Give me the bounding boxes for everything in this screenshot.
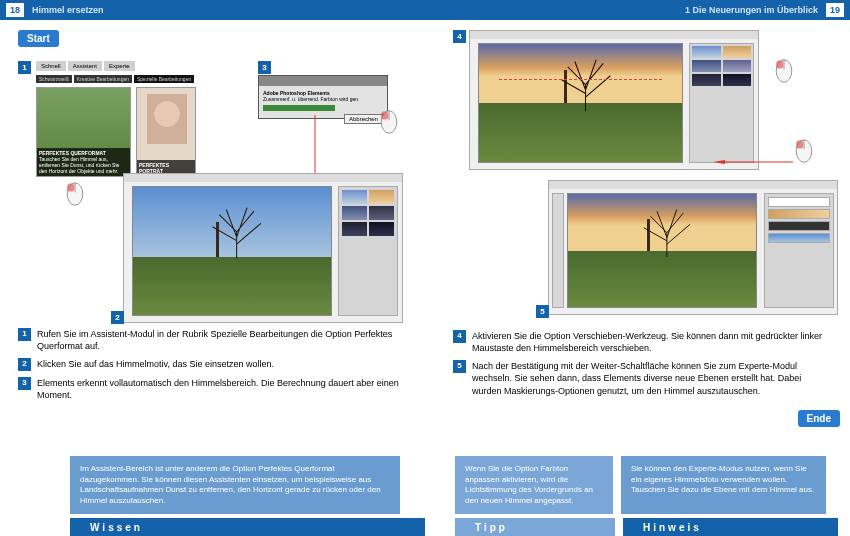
left-page-number: 18 xyxy=(6,3,24,17)
callout-5: 5 xyxy=(536,305,549,318)
svg-rect-5 xyxy=(381,112,388,120)
rubric-strip: Schwarzweiß Kreative Bearbeitungen Spezi… xyxy=(36,75,194,83)
move-handle-line xyxy=(499,79,661,80)
tree-branches-icon xyxy=(202,206,271,244)
step-number: 3 xyxy=(18,377,31,390)
rubric-sw: Schwarzweiß xyxy=(36,75,72,83)
svg-marker-12 xyxy=(713,160,725,164)
editor-window-5 xyxy=(548,180,838,315)
right-content: 4 xyxy=(425,20,850,397)
editor-menubar xyxy=(124,174,402,182)
right-section-title: 1 Die Neuerungen im Überblick xyxy=(685,5,818,15)
tree-branches-icon xyxy=(550,58,621,93)
steps-left: 1 Rufen Sie im Assistent-Modul in der Ru… xyxy=(18,328,407,402)
mouse-icon xyxy=(378,109,400,135)
tab-experte: Experte xyxy=(104,61,135,71)
step-number: 1 xyxy=(18,328,31,341)
arrow-left-icon xyxy=(713,150,793,154)
right-page: 1 Die Neuerungen im Überblick 19 4 xyxy=(425,0,850,536)
tab-schnell: Schnell xyxy=(36,61,66,71)
right-header: 1 Die Neuerungen im Überblick 19 xyxy=(425,0,850,20)
callout-2: 2 xyxy=(111,311,124,324)
callout-1: 1 xyxy=(18,61,31,74)
rubric-speziell: Spezielle Bearbeitungen xyxy=(134,75,194,83)
step-5: 5 Nach der Bestätigung mit der Weiter-Sc… xyxy=(453,360,832,396)
editor-menubar xyxy=(470,31,758,39)
tree-photo-sunset xyxy=(478,43,683,163)
left-figure-area: 1 Schnell Assistent Experte Schwarzweiß … xyxy=(18,53,407,323)
mouse-icon xyxy=(793,138,815,164)
wissen-box-wrap: Im Assistent-Bereich ist unter anderem d… xyxy=(70,456,400,514)
right-page-number: 19 xyxy=(826,3,844,17)
step-number: 2 xyxy=(18,358,31,371)
progress-bar xyxy=(263,105,335,111)
wissen-ribbon: Wissen xyxy=(70,518,425,536)
step-text: Elements erkennt vollautomatisch den Him… xyxy=(37,377,407,401)
left-page: 18 Himmel ersetzen Start 1 Schnell Assis… xyxy=(0,0,425,536)
dialog-titlebar xyxy=(259,76,387,86)
layers-panel xyxy=(764,193,834,308)
mouse-icon xyxy=(773,58,795,84)
editor-window-4 xyxy=(469,30,759,170)
tree-photo-sunset xyxy=(567,193,757,308)
tree-photo-blue-sky xyxy=(132,186,332,316)
toolbar-column xyxy=(552,193,564,308)
step-4: 4 Aktivieren Sie die Option Verschieben-… xyxy=(453,330,832,354)
thumb-querformat-text: Tauschen Sie den Himmel aus, entfernen S… xyxy=(39,156,128,174)
svg-rect-2 xyxy=(67,184,74,192)
editor-menubar xyxy=(549,181,837,189)
thumb-portrait: PERFEKTES PORTRÄT xyxy=(136,87,196,177)
step-text: Rufen Sie im Assistent-Modul in der Rubr… xyxy=(37,328,407,352)
thumb-querformat: PERFEKTES QUERFORMAT Tauschen Sie den Hi… xyxy=(36,87,131,177)
step-number: 4 xyxy=(453,330,466,343)
sky-thumbnails-panel xyxy=(338,186,398,316)
book-spread: 18 Himmel ersetzen Start 1 Schnell Assis… xyxy=(0,0,850,536)
left-content: Start 1 Schnell Assistent Experte Schwar… xyxy=(0,20,425,402)
step-2: 2 Klicken Sie auf das Himmelmotiv, das S… xyxy=(18,358,407,371)
callout-3: 3 xyxy=(258,61,271,74)
step-1: 1 Rufen Sie im Assistent-Modul in der Ru… xyxy=(18,328,407,352)
sky-thumbnails-panel xyxy=(689,43,754,163)
info-boxes-right: Wenn Sie die Option Farb­ton anpassen ak… xyxy=(455,456,826,514)
steps-right: 4 Aktivieren Sie die Option Verschieben-… xyxy=(453,330,832,397)
tab-assistent: Assistent xyxy=(68,61,102,71)
tipp-ribbon: Tipp xyxy=(455,518,615,536)
dialog-body: Zusammenf. u. überrend. Farbton wird gen… xyxy=(263,96,383,102)
assistant-tabs: Schnell Assistent Experte xyxy=(36,61,135,71)
mouse-icon xyxy=(64,181,86,207)
face-icon xyxy=(147,94,187,144)
left-header: 18 Himmel ersetzen xyxy=(0,0,425,20)
start-badge: Start xyxy=(18,30,59,47)
progress-dialog: Adobe Photoshop Elements Zusammenf. u. ü… xyxy=(258,75,388,119)
rubric-kreativ: Kreative Bearbeitungen xyxy=(74,75,132,83)
step-number: 5 xyxy=(453,360,466,373)
step-3: 3 Elements erkennt vollautomatisch den H… xyxy=(18,377,407,401)
step-text: Nach der Bestätigung mit der Weiter-Scha… xyxy=(472,360,832,396)
tree-branches-icon xyxy=(634,208,700,242)
hinweis-ribbon: Hinweis xyxy=(623,518,838,536)
wissen-box: Im Assistent-Bereich ist unter anderem d… xyxy=(70,456,400,514)
callout-4: 4 xyxy=(453,30,466,43)
hinweis-box: Sie können den Experte-Modus nutzen, wen… xyxy=(621,456,826,514)
right-figure-area: 4 xyxy=(453,30,832,325)
step-text: Aktivieren Sie die Option Verschieben-We… xyxy=(472,330,832,354)
tipp-box: Wenn Sie die Option Farb­ton anpassen ak… xyxy=(455,456,613,514)
editor-window xyxy=(123,173,403,323)
end-badge: Ende xyxy=(798,410,840,427)
left-section-title: Himmel ersetzen xyxy=(32,5,104,15)
svg-rect-10 xyxy=(776,61,783,69)
svg-rect-15 xyxy=(796,141,803,149)
step-text: Klicken Sie auf das Himmelmotiv, das Sie… xyxy=(37,358,407,371)
